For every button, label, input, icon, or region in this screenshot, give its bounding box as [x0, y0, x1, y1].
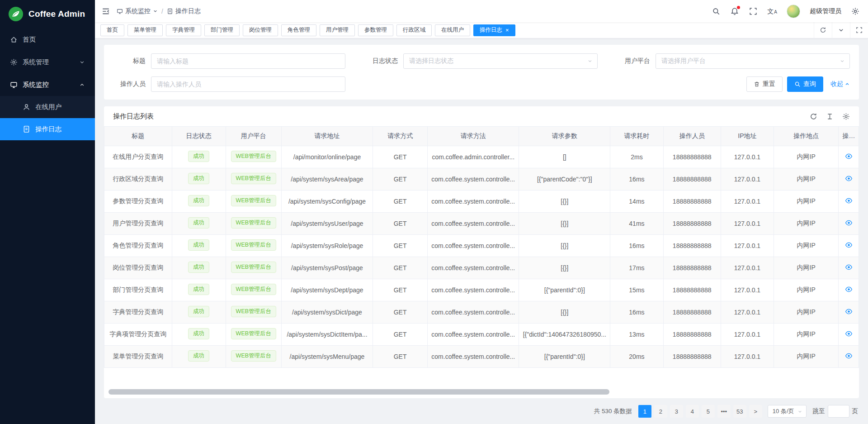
tab-role-management[interactable]: 角色管理	[281, 24, 316, 36]
table-refresh-button[interactable]	[810, 113, 817, 120]
app-logo[interactable]: Coffee Admin	[0, 0, 95, 28]
view-detail-icon[interactable]	[845, 152, 853, 160]
cell-actions	[839, 235, 859, 257]
table-row[interactable]: 参数管理分页查询 成功 WEB管理后台 /api/system/sysConfi…	[104, 191, 859, 213]
filter-field-platform: 用户平台 请选择用户平台	[618, 53, 850, 69]
page-ellipsis[interactable]: •••	[717, 405, 731, 418]
sidebar-item-home[interactable]: 首页	[0, 28, 95, 51]
cell-function: com.coffee.system.controlle...	[428, 346, 519, 368]
tab-config-management[interactable]: 参数管理	[358, 24, 393, 36]
card-header: 操作日志列表	[104, 106, 859, 126]
column-settings-button[interactable]	[842, 113, 850, 120]
view-detail-icon[interactable]	[845, 175, 853, 182]
tab-dict-management[interactable]: 字典管理	[166, 24, 201, 36]
language-switch-button[interactable]: 文A	[767, 8, 777, 14]
cell-status: 成功	[172, 346, 226, 368]
view-detail-icon[interactable]	[845, 352, 853, 360]
tab-dept-management[interactable]: 部门管理	[204, 24, 240, 36]
cell-location: 内网IP	[774, 191, 839, 213]
chevron-down-icon	[153, 9, 158, 14]
tab-home[interactable]: 首页	[100, 24, 124, 36]
view-detail-icon[interactable]	[845, 197, 853, 205]
tags-view-bar: 首页 菜单管理 字典管理 部门管理 岗位管理 角色管理 用户管理 参数管理 行政…	[95, 22, 868, 38]
fullscreen-button[interactable]	[749, 7, 758, 16]
cell-status: 成功	[172, 168, 226, 191]
document-icon	[23, 125, 30, 133]
scrollbar-thumb[interactable]	[108, 389, 609, 395]
page-button-5[interactable]: 5	[702, 405, 715, 418]
table-row[interactable]: 用户管理分页查询 成功 WEB管理后台 /api/system/sysUser/…	[104, 213, 859, 235]
tab-post-management[interactable]: 岗位管理	[243, 24, 278, 36]
cell-url: /api/monitor/online/page	[281, 146, 373, 168]
view-detail-icon[interactable]	[845, 308, 853, 315]
view-detail-icon[interactable]	[845, 263, 853, 271]
page-button-4[interactable]: 4	[686, 405, 699, 418]
cell-location: 内网IP	[774, 279, 839, 301]
sidebar-item-operation-log[interactable]: 操作日志	[0, 118, 95, 140]
table-row[interactable]: 部门管理分页查询 成功 WEB管理后台 /api/system/sysDept/…	[104, 279, 859, 301]
cell-url: /api/system/sysDictItem/pa...	[281, 324, 373, 346]
cell-status: 成功	[172, 279, 226, 301]
tab-operation-log[interactable]: 操作日志 ×	[473, 24, 515, 36]
tab-label: 角色管理	[288, 26, 310, 34]
layout-settings-button[interactable]	[851, 7, 860, 16]
notification-badge	[737, 6, 740, 9]
tab-online-users[interactable]: 在线用户	[435, 24, 470, 36]
view-detail-icon[interactable]	[845, 241, 853, 249]
title-input[interactable]	[151, 53, 345, 69]
search-button[interactable]: 查询	[787, 76, 823, 92]
view-detail-icon[interactable]	[845, 330, 853, 338]
table-row[interactable]: 菜单管理分页查询 成功 WEB管理后台 /api/system/sysMenu/…	[104, 346, 859, 368]
table-row[interactable]: 行政区域分页查询 成功 WEB管理后台 /api/system/sysArea/…	[104, 168, 859, 191]
table-row[interactable]: 在线用户分页查询 成功 WEB管理后台 /api/monitor/online/…	[104, 146, 859, 168]
user-avatar[interactable]	[787, 5, 800, 18]
sidebar-item-system-management[interactable]: 系统管理	[0, 51, 95, 73]
operator-input[interactable]	[151, 76, 345, 92]
platform-select[interactable]: 请选择用户平台	[656, 53, 850, 69]
content-fullscreen-button[interactable]	[850, 22, 868, 38]
cell-ip: 127.0.0.1	[721, 346, 774, 368]
header-search-button[interactable]	[712, 7, 721, 16]
platform-tag: WEB管理后台	[231, 239, 276, 251]
page-size-select[interactable]: 10 条/页	[768, 405, 807, 418]
translate-icon: A	[774, 10, 777, 14]
tabs-refresh-button[interactable]	[814, 22, 832, 38]
table-row[interactable]: 字典项管理分页查询 成功 WEB管理后台 /api/system/sysDict…	[104, 324, 859, 346]
tab-close-icon[interactable]: ×	[505, 27, 509, 33]
table-row[interactable]: 岗位管理分页查询 成功 WEB管理后台 /api/system/sysPost/…	[104, 257, 859, 279]
cell-params: [{"parentId":0}]	[519, 279, 610, 301]
breadcrumb-item-system-monitor[interactable]: 系统监控	[117, 7, 158, 15]
chevron-up-icon	[79, 82, 85, 88]
cell-params: [{}]	[519, 213, 610, 235]
sidebar-collapse-button[interactable]	[101, 7, 110, 16]
cell-location: 内网IP	[774, 257, 839, 279]
page-button-2[interactable]: 2	[654, 405, 667, 418]
tab-user-management[interactable]: 用户管理	[320, 24, 355, 36]
notification-button[interactable]	[730, 7, 739, 16]
view-detail-icon[interactable]	[845, 286, 853, 293]
page-button-1[interactable]: 1	[638, 405, 651, 418]
sidebar-item-system-monitor[interactable]: 系统监控	[0, 73, 95, 96]
reset-button[interactable]: 重置	[746, 76, 783, 92]
collapse-filter-link[interactable]: 收起	[830, 80, 850, 88]
tab-menu-management[interactable]: 菜单管理	[127, 24, 163, 36]
logo-leaf-icon	[8, 6, 24, 22]
status-tag: 成功	[188, 195, 209, 206]
cell-location: 内网IP	[774, 346, 839, 368]
page-button-53[interactable]: 53	[733, 405, 746, 418]
cell-function: com.coffee.system.controlle...	[428, 257, 519, 279]
document-icon	[167, 8, 173, 14]
view-detail-icon[interactable]	[845, 219, 853, 227]
jump-to-input[interactable]	[828, 405, 849, 418]
table-row[interactable]: 字典管理分页查询 成功 WEB管理后台 /api/system/sysDict/…	[104, 301, 859, 324]
status-select[interactable]: 请选择日志状态	[403, 53, 598, 69]
sidebar-item-online-users[interactable]: 在线用户	[0, 96, 95, 118]
tabs-options-button[interactable]	[832, 22, 850, 38]
next-page-button[interactable]: >	[749, 405, 762, 418]
current-user-name[interactable]: 超级管理员	[810, 7, 841, 15]
table-row[interactable]: 角色管理分页查询 成功 WEB管理后台 /api/system/sysRole/…	[104, 235, 859, 257]
breadcrumb-item-operation-log: 操作日志	[167, 7, 201, 15]
tab-area-management[interactable]: 行政区域	[396, 24, 432, 36]
page-button-3[interactable]: 3	[670, 405, 683, 418]
table-size-button[interactable]	[826, 113, 834, 120]
